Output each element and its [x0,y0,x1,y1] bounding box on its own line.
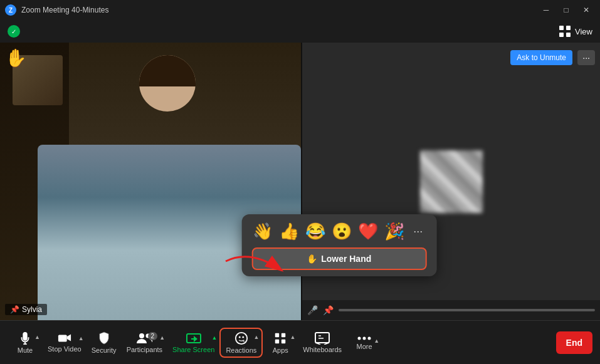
svg-point-28 [363,336,366,340]
zoom-logo: Z [5,4,16,16]
participants-count: 2 [148,332,158,340]
heart-reaction[interactable]: ❤️ [357,221,379,242]
svg-rect-18 [275,333,279,336]
titlebar: Z Zoom Meeting 40-Minutes ─ □ ✕ [0,0,600,20]
svg-text:+: + [243,338,245,344]
close-button[interactable]: ✕ [577,4,595,16]
video-thumbnail [420,150,483,213]
svg-rect-20 [275,339,279,343]
wave-emoji: ✋ [5,48,27,68]
more-icon [357,335,372,341]
stop-video-button[interactable]: Stop Video ▲ [43,330,87,355]
svg-rect-19 [282,333,285,336]
pin-icon: 📌 [10,305,19,314]
svg-marker-8 [66,334,70,341]
more-label: More [357,343,372,350]
hand-icon: ✋ [307,254,317,264]
share-screen-button[interactable]: Share Screen ▲ [167,330,219,356]
window-title: Zoom Meeting 40-Minutes [21,6,108,14]
pin-bar: 🎤 📌 [302,300,600,320]
svg-point-9 [139,333,144,338]
share-screen-icon [186,332,201,345]
svg-rect-7 [58,335,67,341]
svg-rect-21 [282,339,285,343]
topbar: ✓ View [0,20,600,43]
reaction-emojis-row: 👋 👍 😂 😮 ❤️ 🎉 ··· [251,221,426,242]
laugh-reaction[interactable]: 😂 [304,221,327,242]
security-icon [98,331,110,345]
share-caret[interactable]: ▲ [211,335,217,341]
mute-caret[interactable]: ▲ [34,334,40,340]
reactions-icon: + [234,331,248,345]
arrow-svg [219,242,295,280]
whiteboard-icon [315,332,330,345]
more-caret[interactable]: ▲ [374,338,379,344]
svg-point-14 [236,332,247,343]
apps-label: Apps [273,346,288,354]
reactions-label: Reactions [226,346,256,354]
security-shield-icon: ✓ [8,25,20,38]
svg-point-16 [242,336,244,338]
mute-button[interactable]: Mute ▲ [8,329,43,356]
progress-bar [339,309,595,311]
participants-button[interactable]: Participants 2 ▲ [122,330,167,356]
camera-icon [58,333,71,344]
mute-label: Mute [18,346,33,354]
apps-button[interactable]: Apps ▲ [263,329,298,356]
more-reactions-button[interactable]: ··· [409,224,426,239]
video-panel-right: Ask to Unmute ··· 🎤 📌 [302,43,600,320]
svg-rect-1 [566,26,571,30]
thumbsup-reaction[interactable]: 👍 [278,221,300,242]
mute-icon [18,331,32,345]
minimize-button[interactable]: ─ [537,4,555,16]
apps-icon [273,331,287,345]
participants-label: Participants [127,346,162,353]
reactions-button[interactable]: + Reactions ▲ [219,328,263,358]
video-caret[interactable]: ▲ [78,335,84,341]
participant-name: Sylvia [22,305,42,314]
toolbar: Mute ▲ Stop Video ▲ Security [0,320,600,364]
lower-hand-label: Lower Hand [321,254,371,264]
svg-point-15 [239,336,241,338]
svg-rect-3 [566,33,571,37]
wave-reaction[interactable]: 👋 [251,221,274,242]
svg-marker-12 [194,336,197,342]
svg-rect-2 [559,33,564,37]
name-tag: 📌 Sylvia [5,304,47,315]
maximize-button[interactable]: □ [557,4,575,16]
window-controls: ─ □ ✕ [537,4,595,16]
share-screen-label: Share Screen [172,346,214,353]
svg-rect-0 [559,26,564,30]
apps-caret[interactable]: ▲ [290,334,295,340]
participants-caret[interactable]: ▲ [159,335,165,341]
arrow-indicator [219,242,295,283]
titlebar-left: Z Zoom Meeting 40-Minutes [5,4,108,16]
view-button[interactable]: View [557,24,592,39]
stop-video-label: Stop Video [48,345,82,353]
whiteboards-label: Whiteboards [303,346,342,353]
more-button[interactable]: More ▲ [347,333,382,353]
svg-point-29 [368,336,371,340]
end-meeting-button[interactable]: End [556,331,592,354]
video-options-button[interactable]: ··· [577,50,595,65]
reactions-caret[interactable]: ▲ [253,334,259,340]
shield-check: ✓ [11,28,16,35]
pin-icon-bar: 📌 [323,305,334,315]
security-button[interactable]: Security [87,329,122,356]
svg-point-27 [358,336,361,340]
svg-rect-22 [315,333,329,343]
wow-reaction[interactable]: 😮 [330,221,353,242]
mic-icon: 🎤 [307,305,318,315]
view-label: View [575,27,592,36]
main-content: ✋ 📌 Sylvia Ask to Unmute ··· 🎤 📌 [0,43,600,320]
party-reaction[interactable]: 🎉 [383,221,406,242]
whiteboards-button[interactable]: Whiteboards [298,330,347,356]
security-label: Security [92,346,117,354]
grid-view-icon [557,24,572,39]
ask-to-unmute-button[interactable]: Ask to Unmute [510,50,572,65]
